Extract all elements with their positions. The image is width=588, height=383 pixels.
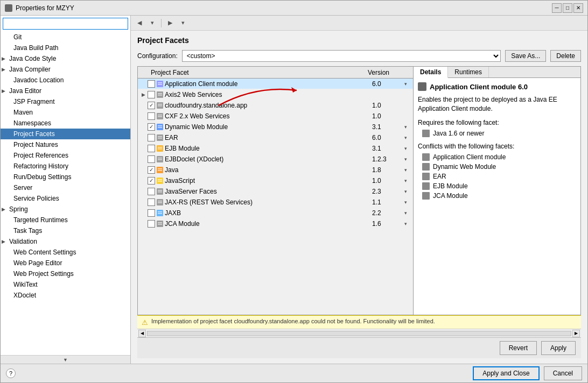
apply-and-close-button[interactable]: Apply and Close	[473, 366, 539, 380]
main-toolbar: ◀ ▾ ▶ ▾	[131, 16, 587, 31]
maximize-button[interactable]: □	[563, 3, 572, 13]
details-tab[interactable]: Details	[414, 67, 448, 78]
sidebar-item-git[interactable]: Git	[1, 32, 130, 42]
sidebar-item-java-compiler[interactable]: ▶Java Compiler	[1, 64, 130, 75]
facet-checkbox-jsf[interactable]	[148, 188, 155, 195]
facet-row[interactable]: JAX-RS (REST Web Services)1.1▾	[138, 197, 413, 208]
config-dropdown[interactable]: <custom>	[182, 50, 501, 62]
cancel-button[interactable]: Cancel	[544, 366, 582, 380]
facet-row[interactable]: CXF 2.x Web Services1.0	[138, 111, 413, 122]
facet-row[interactable]: JavaServer Faces2.3▾	[138, 186, 413, 197]
sidebar-item-targeted-runtimes[interactable]: Targeted Runtimes	[1, 215, 130, 225]
sidebar-item-web-page-editor[interactable]: Web Page Editor	[1, 258, 130, 268]
facet-checkbox-ear[interactable]	[148, 134, 155, 141]
facet-checkbox-dynamic-web[interactable]	[148, 123, 155, 131]
facets-header-facet-label: Project Facet	[140, 69, 368, 76]
hscroll-track[interactable]	[147, 331, 571, 336]
facet-version-dropdown-java[interactable]: ▾	[400, 167, 411, 173]
delete-button[interactable]: Delete	[550, 50, 581, 62]
sidebar-item-run-debug-settings[interactable]: Run/Debug Settings	[1, 172, 130, 182]
facet-row[interactable]: JAXB2.2▾	[138, 208, 413, 218]
facet-row[interactable]: JavaScript1.0▾	[138, 175, 413, 186]
sidebar-item-jsp-fragment[interactable]: JSP Fragment	[1, 96, 130, 107]
sidebar-item-maven[interactable]: Maven	[1, 107, 130, 118]
help-button[interactable]: ?	[6, 368, 16, 378]
forward-button[interactable]: ▶	[165, 18, 176, 29]
facet-checkbox-java[interactable]	[148, 166, 155, 174]
facet-checkbox-ejb-module[interactable]	[148, 145, 155, 152]
facet-checkbox-jca-module[interactable]	[148, 220, 155, 228]
facet-version-dropdown-jca-module[interactable]: ▾	[400, 221, 411, 226]
content-area: GitJava Build Path▶Java Code Style▶Java …	[1, 16, 587, 364]
footer-buttons: Apply and Close Cancel	[473, 366, 582, 380]
sidebar-item-javadoc-location[interactable]: Javadoc Location	[1, 75, 130, 86]
sidebar-item-java-code-style[interactable]: ▶Java Code Style	[1, 53, 130, 64]
facet-version-dropdown-jsf[interactable]: ▾	[400, 189, 411, 194]
sidebar-item-java-build-path[interactable]: Java Build Path	[1, 42, 130, 53]
facet-row[interactable]: EAR6.0▾	[138, 132, 413, 143]
hscroll-left-button[interactable]: ◀	[138, 330, 146, 337]
sidebar-item-spring[interactable]: ▶Spring	[1, 204, 130, 215]
hscroll-right-button[interactable]: ▶	[572, 330, 580, 337]
sidebar-item-web-content-settings[interactable]: Web Content Settings	[1, 247, 130, 258]
facet-icon-jsf	[156, 188, 164, 195]
facet-version-dropdown-jaxb[interactable]: ▾	[400, 210, 411, 216]
facet-version-dropdown-javascript[interactable]: ▾	[400, 178, 411, 183]
runtimes-tab[interactable]: Runtimes	[448, 67, 489, 77]
sidebar-item-label-validation: Validation	[9, 238, 37, 245]
facet-checkbox-jax-rs[interactable]	[148, 198, 155, 206]
facet-row[interactable]: ▶Axis2 Web Services	[138, 89, 413, 100]
sidebar-item-project-references[interactable]: Project References	[1, 150, 130, 161]
sidebar-item-namespaces[interactable]: Namespaces	[1, 118, 130, 129]
facet-row[interactable]: cloudfoundry.standalone.app1.0	[138, 100, 413, 111]
facet-version-dropdown-ear[interactable]: ▾	[400, 135, 411, 140]
facet-row[interactable]: Application Client module6.0▾	[138, 79, 413, 89]
facet-row[interactable]: EJBDoclet (XDoclet)1.2.3▾	[138, 154, 413, 165]
facet-row[interactable]: Java1.8▾	[138, 165, 413, 175]
sidebar-item-java-editor[interactable]: ▶Java Editor	[1, 86, 130, 96]
sidebar-item-web-project-settings[interactable]: Web Project Settings	[1, 268, 130, 279]
details-tabs: Details Runtimes	[414, 67, 580, 78]
facet-version-dropdown-jax-rs[interactable]: ▾	[400, 200, 411, 205]
sidebar-item-server[interactable]: Server	[1, 182, 130, 193]
facet-checkbox-javascript[interactable]	[148, 177, 155, 185]
facet-checkbox-cxf[interactable]	[148, 112, 155, 120]
apply-button[interactable]: Apply	[541, 341, 576, 355]
facet-checkbox-ejbdoclet[interactable]	[148, 155, 155, 163]
warning-icon: ⚠	[142, 318, 148, 327]
sidebar-item-refactoring-history[interactable]: Refactoring History	[1, 161, 130, 172]
save-as-button[interactable]: Save As...	[505, 50, 546, 62]
forward-dropdown-button[interactable]: ▾	[178, 18, 188, 29]
facet-version-dropdown-dynamic-web[interactable]: ▾	[400, 124, 411, 130]
sidebar-item-service-policies[interactable]: Service Policies	[1, 193, 130, 204]
sidebar-item-validation[interactable]: ▶Validation	[1, 236, 130, 247]
facet-name-jaxb: JAXB	[165, 209, 371, 217]
facet-checkbox-axis2[interactable]	[148, 91, 155, 98]
facet-version-dropdown-ejbdoclet[interactable]: ▾	[400, 157, 411, 162]
facet-version-dynamic-web: 3.1	[372, 123, 399, 131]
revert-button[interactable]: Revert	[500, 341, 537, 355]
sidebar-item-xdoclet[interactable]: XDoclet	[1, 290, 130, 301]
facet-checkbox-app-client[interactable]	[148, 80, 155, 88]
facet-checkbox-cloudfoundry[interactable]	[148, 102, 155, 109]
facet-version-dropdown-ejb-module[interactable]: ▾	[400, 146, 411, 151]
facet-name-cloudfoundry: cloudfoundry.standalone.app	[165, 102, 371, 109]
sidebar-search-input[interactable]	[3, 18, 128, 30]
facet-checkbox-jaxb[interactable]	[148, 209, 155, 217]
facet-row[interactable]: EJB Module3.1▾	[138, 143, 413, 154]
sidebar-scroll-down[interactable]: ▼	[1, 355, 130, 364]
sidebar-item-task-tags[interactable]: Task Tags	[1, 225, 130, 236]
close-button[interactable]: ✕	[573, 3, 583, 13]
back-button[interactable]: ◀	[134, 18, 145, 29]
facet-row[interactable]: Dynamic Web Module3.1▾	[138, 122, 413, 132]
sidebar-item-wikitext[interactable]: WikiText	[1, 279, 130, 290]
facet-version-dropdown-app-client[interactable]: ▾	[400, 81, 411, 87]
facets-header: Project Facet Version	[138, 67, 413, 79]
facet-row[interactable]: JCA Module1.6▾	[138, 218, 413, 229]
back-dropdown-button[interactable]: ▾	[147, 18, 158, 29]
sidebar-item-project-natures[interactable]: Project Natures	[1, 139, 130, 150]
minimize-button[interactable]: ─	[552, 3, 562, 13]
sidebar-item-label-jsp-fragment: JSP Fragment	[13, 98, 54, 105]
sidebar-item-project-facets[interactable]: Project Facets	[1, 129, 130, 139]
details-conflicts-icon	[422, 192, 430, 200]
